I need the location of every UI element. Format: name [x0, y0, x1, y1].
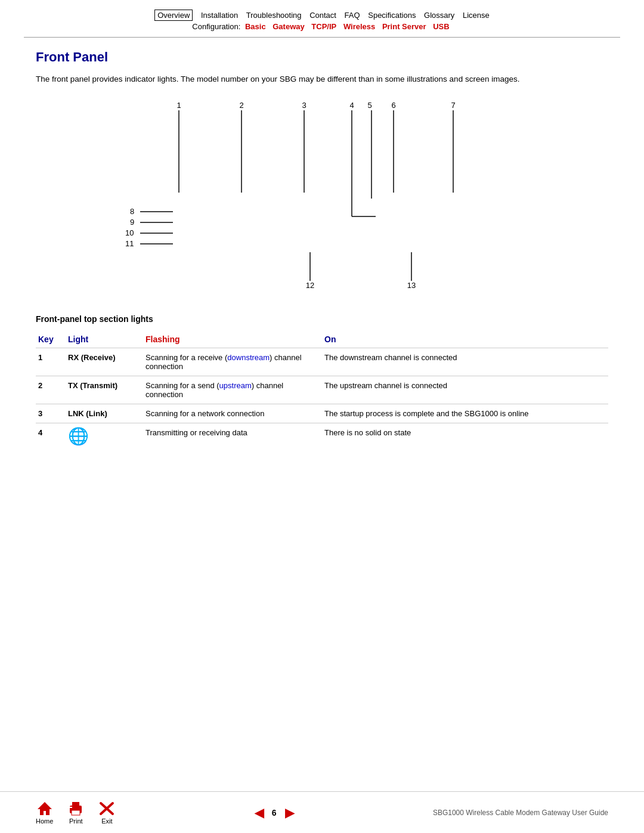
- svg-text:2: 2: [239, 101, 243, 110]
- cell-light: RX (Receive): [66, 348, 143, 376]
- table-row: 2TX (Transmit)Scanning for a send (upstr…: [36, 376, 608, 404]
- nav-overview[interactable]: Overview: [154, 10, 193, 21]
- svg-text:8: 8: [130, 207, 134, 216]
- th-light: Light: [66, 332, 143, 348]
- th-on: On: [322, 332, 608, 348]
- nav-row-1: Overview Installation Troubleshooting Co…: [0, 11, 644, 20]
- svg-text:10: 10: [125, 228, 134, 237]
- cell-on: The upstream channel is connected: [322, 376, 608, 404]
- config-label: Configuration:: [192, 22, 240, 31]
- cell-light: TX (Transmit): [66, 376, 143, 404]
- svg-text:1: 1: [177, 101, 181, 110]
- print-button[interactable]: Print: [67, 801, 84, 825]
- exit-label: Exit: [101, 817, 112, 825]
- svg-rect-30: [72, 810, 80, 815]
- globe-icon: 🌐: [68, 428, 89, 445]
- svg-rect-31: [70, 807, 72, 808]
- cell-on: The downstream channel is connected: [322, 348, 608, 376]
- home-icon: [36, 801, 53, 816]
- cell-flashing: Scanning for a send (upstream) channel c…: [143, 376, 322, 404]
- nav-config-usb[interactable]: USB: [433, 22, 449, 31]
- flashing-link-upstream[interactable]: upstream: [219, 381, 252, 390]
- cell-on: The startup process is complete and the …: [322, 404, 608, 423]
- cell-flashing: Transmitting or receiving data: [143, 423, 322, 450]
- intro-text-static: The front panel provides indicator light…: [36, 75, 519, 83]
- page-number: 6: [272, 808, 277, 817]
- cell-light: 🌐: [66, 423, 143, 450]
- print-icon: [67, 801, 84, 816]
- nav-config-wireless[interactable]: Wireless: [343, 22, 375, 31]
- svg-text:13: 13: [407, 281, 416, 290]
- nav-installation[interactable]: Installation: [201, 11, 238, 20]
- svg-text:7: 7: [451, 101, 455, 110]
- nav-contact[interactable]: Contact: [309, 11, 336, 20]
- cell-key: 4: [36, 423, 66, 450]
- svg-text:3: 3: [302, 101, 306, 110]
- svg-text:6: 6: [391, 101, 395, 110]
- svg-text:12: 12: [306, 281, 314, 290]
- top-navigation: Overview Installation Troubleshooting Co…: [0, 0, 644, 35]
- svg-rect-29: [72, 802, 79, 806]
- section-heading: Front-panel top section lights: [36, 314, 608, 324]
- nav-row-2: Configuration: Basic Gateway TCP/IP Wire…: [0, 22, 644, 31]
- footer-guide-title: SBG1000 Wireless Cable Modem Gateway Use…: [433, 809, 608, 817]
- exit-icon: [98, 801, 115, 816]
- svg-text:11: 11: [125, 239, 134, 248]
- svg-text:4: 4: [349, 101, 354, 110]
- svg-text:5: 5: [367, 101, 371, 110]
- next-page-button[interactable]: ▶: [285, 806, 294, 820]
- home-button[interactable]: Home: [36, 801, 53, 825]
- footer: Home Print Exit ◀ 6 ▶ SBG1000 Wireless C…: [0, 791, 644, 833]
- nav-config-gateway[interactable]: Gateway: [273, 22, 304, 31]
- cell-on: There is no solid on state: [322, 423, 608, 450]
- guide-title-text: SBG1000 Wireless Cable Modem Gateway Use…: [433, 809, 608, 817]
- cell-key: 3: [36, 404, 66, 423]
- nav-config-basic[interactable]: Basic: [245, 22, 266, 31]
- page-title: Front Panel: [36, 49, 608, 65]
- nav-glossary[interactable]: Glossary: [424, 11, 454, 20]
- svg-marker-27: [38, 802, 52, 815]
- cell-key: 1: [36, 348, 66, 376]
- cell-flashing: Scanning for a receive (downstream) chan…: [143, 348, 322, 376]
- svg-text:9: 9: [130, 218, 134, 227]
- main-content: Front Panel The front panel provides ind…: [0, 38, 644, 497]
- intro-paragraph: The front panel provides indicator light…: [36, 73, 525, 85]
- diagram-svg: 1 2 3 4 5 6 7 8: [36, 97, 525, 300]
- nav-specifications[interactable]: Specifications: [368, 11, 416, 20]
- table-body: 1RX (Receive)Scanning for a receive (dow…: [36, 348, 608, 450]
- cell-light: LNK (Link): [66, 404, 143, 423]
- cell-key: 2: [36, 376, 66, 404]
- home-label: Home: [36, 817, 53, 825]
- print-label: Print: [69, 817, 83, 825]
- th-key: Key: [36, 332, 66, 348]
- prev-page-button[interactable]: ◀: [255, 806, 264, 820]
- nav-troubleshooting[interactable]: Troubleshooting: [246, 11, 302, 20]
- front-panel-diagram: 1 2 3 4 5 6 7 8: [36, 97, 525, 300]
- table-row: 1RX (Receive)Scanning for a receive (dow…: [36, 348, 608, 376]
- nav-license[interactable]: License: [463, 11, 490, 20]
- nav-config-tcpip[interactable]: TCP/IP: [311, 22, 336, 31]
- nav-config-print-server[interactable]: Print Server: [382, 22, 426, 31]
- table-row: 3LNK (Link)Scanning for a network connec…: [36, 404, 608, 423]
- table-header-row: Key Light Flashing On: [36, 332, 608, 348]
- footer-center: ◀ 6 ▶: [115, 806, 433, 820]
- table-row: 4🌐Transmitting or receiving dataThere is…: [36, 423, 608, 450]
- nav-faq[interactable]: FAQ: [345, 11, 360, 20]
- flashing-link-downstream[interactable]: downstream: [227, 353, 270, 362]
- cell-flashing: Scanning for a network connection: [143, 404, 322, 423]
- th-flashing: Flashing: [143, 332, 322, 348]
- panel-table: Key Light Flashing On 1RX (Receive)Scann…: [36, 332, 608, 450]
- footer-left: Home Print Exit: [36, 801, 115, 825]
- exit-button[interactable]: Exit: [98, 801, 115, 825]
